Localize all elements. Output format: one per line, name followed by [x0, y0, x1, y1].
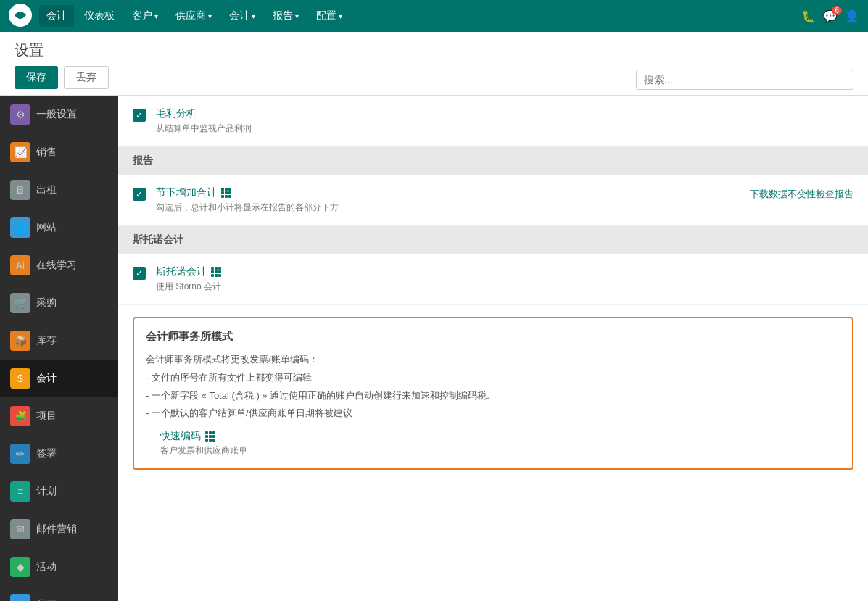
checkbox-gross-profit[interactable] — [133, 109, 146, 122]
setting-title-storno: 斯托诺会计 — [156, 265, 853, 278]
accountant-mode-point-2: - 一个新字段 « Total (含税.) » 通过使用正确的账户自动创建行来加… — [146, 389, 840, 404]
sidebar-item-project[interactable]: 🧩 项目 — [0, 397, 118, 435]
sidebar-item-email[interactable]: ✉ 邮件营销 — [0, 510, 118, 548]
sidebar-item-elearning[interactable]: Ai 在线学习 — [0, 246, 118, 284]
setting-desc-storno: 使用 Storno 会计 — [156, 281, 853, 293]
sidebar-label-inventory: 库存 — [36, 334, 57, 347]
topnav: 会计 仪表板 客户 ▾ 供应商 ▾ 会计 ▾ 报告 ▾ 配置 ▾ 🐛 💬 6 👤 — [0, 0, 868, 32]
page-header: 设置 保存 丢弃 — [0, 32, 868, 96]
sidebar-item-general[interactable]: ⚙ 一般设置 — [0, 96, 118, 133]
checkbox-section-total[interactable] — [133, 188, 146, 201]
grid-icon-quick-code — [205, 431, 215, 442]
sidebar-item-inventory[interactable]: 📦 库存 — [0, 322, 118, 360]
content-area: 毛利分析 从结算单中监视产品利润 报告 节下增加合计 勾选后，总计和小计将显示在… — [118, 96, 868, 601]
sidebar-label-accounting: 会计 — [36, 372, 57, 385]
download-report-link[interactable]: 下载数据不变性检查报告 — [750, 186, 853, 201]
sub-item-desc-quick-code: 客户发票和供应商账单 — [160, 444, 840, 457]
sidebar-item-sales[interactable]: 📈 销售 — [0, 133, 118, 171]
grid-icon-section-total — [221, 188, 231, 198]
purchase-icon: 🛒 — [10, 293, 30, 313]
setting-text-gross-profit: 毛利分析 从结算单中监视产品利润 — [156, 107, 853, 135]
sidebar-label-plan: 计划 — [36, 485, 57, 498]
section-header-reports: 报告 — [118, 147, 868, 175]
setting-row-storno: 斯托诺会计 使用 Storno 会计 — [118, 254, 868, 305]
section-header-storno: 斯托诺会计 — [118, 226, 868, 254]
email-icon: ✉ — [10, 519, 30, 539]
save-button[interactable]: 保存 — [15, 66, 58, 89]
elearning-icon: Ai — [10, 255, 30, 275]
sidebar-item-website[interactable]: 🌐 网站 — [0, 209, 118, 246]
sidebar-label-project: 项目 — [36, 410, 57, 423]
sidebar-item-staff[interactable]: 👥 员工 — [0, 586, 118, 601]
message-badge: 6 — [832, 6, 842, 15]
accountant-mode-point-1: - 文件的序号在所有文件上都变得可编辑 — [146, 370, 840, 386]
sidebar-item-rental[interactable]: 🖥 出租 — [0, 171, 118, 209]
chevron-down-icon: ▾ — [154, 12, 158, 20]
sidebar: ⚙ 一般设置 📈 销售 🖥 出租 🌐 网站 Ai 在线学习 🛒 采购 📦 库存 … — [0, 96, 118, 601]
logo[interactable] — [9, 4, 32, 29]
inventory-icon: 📦 — [10, 331, 30, 351]
sidebar-label-email: 邮件营销 — [36, 523, 77, 536]
discard-button[interactable]: 丢弃 — [64, 66, 109, 89]
setting-row-section-total: 节下增加合计 勾选后，总计和小计将显示在报告的各部分下方 下载数据不变性检查报告 — [118, 175, 868, 226]
sidebar-item-purchase[interactable]: 🛒 采购 — [0, 284, 118, 322]
sidebar-label-general: 一般设置 — [36, 108, 77, 121]
activity-icon: ◆ — [10, 557, 30, 577]
accountant-sub-section: 快速编码 客户发票和供应商账单 — [146, 430, 840, 457]
search-input[interactable] — [636, 70, 853, 90]
topnav-app-name[interactable]: 会计 — [39, 5, 74, 27]
topnav-dashboard[interactable]: 仪表板 — [77, 5, 122, 27]
page-title: 设置 — [15, 41, 853, 60]
setting-text-section-total: 节下增加合计 勾选后，总计和小计将显示在报告的各部分下方 — [156, 186, 740, 214]
general-icon: ⚙ — [10, 104, 30, 125]
user-avatar[interactable]: 👤 — [845, 9, 859, 23]
search-bar — [636, 70, 853, 90]
chevron-down-icon: ▾ — [339, 12, 342, 20]
setting-desc-gross-profit: 从结算单中监视产品利润 — [156, 123, 853, 135]
topnav-customers[interactable]: 客户 ▾ — [125, 5, 165, 27]
sidebar-item-plan[interactable]: ≡ 计划 — [0, 473, 118, 510]
setting-text-storno: 斯托诺会计 使用 Storno 会计 — [156, 265, 853, 293]
sidebar-item-activity[interactable]: ◆ 活动 — [0, 548, 118, 586]
project-icon: 🧩 — [10, 406, 30, 426]
accountant-mode-box: 会计师事务所模式 会计师事务所模式将更改发票/账单编码： - 文件的序号在所有文… — [133, 317, 853, 470]
main-layout: ⚙ 一般设置 📈 销售 🖥 出租 🌐 网站 Ai 在线学习 🛒 采购 📦 库存 … — [0, 96, 868, 601]
topnav-accounting[interactable]: 会计 ▾ — [222, 5, 263, 27]
sidebar-label-elearning: 在线学习 — [36, 259, 77, 272]
chevron-down-icon: ▾ — [295, 12, 299, 20]
sub-item-title-quick-code: 快速编码 — [160, 430, 840, 443]
website-icon: 🌐 — [10, 217, 30, 238]
sidebar-label-rental: 出租 — [36, 183, 57, 196]
sidebar-label-sales: 销售 — [36, 146, 57, 159]
topnav-reports[interactable]: 报告 ▾ — [265, 5, 306, 27]
chevron-down-icon: ▾ — [208, 12, 212, 20]
topnav-config[interactable]: 配置 ▾ — [309, 5, 350, 27]
setting-desc-section-total: 勾选后，总计和小计将显示在报告的各部分下方 — [156, 202, 740, 214]
sales-icon: 📈 — [10, 142, 30, 162]
accountant-mode-point-3: - 一个默认的客户结算单/供应商账单日期将被建议 — [146, 406, 840, 421]
sidebar-label-sign: 签署 — [36, 447, 57, 460]
staff-icon: 👥 — [10, 594, 30, 601]
grid-icon-storno — [211, 267, 221, 277]
checkbox-storno[interactable] — [133, 267, 146, 280]
debug-icon[interactable]: 🐛 — [801, 9, 816, 23]
accounting-icon: $ — [10, 368, 30, 389]
chevron-down-icon: ▾ — [252, 12, 255, 20]
sidebar-item-sign[interactable]: ✏ 签署 — [0, 435, 118, 473]
messages-icon[interactable]: 💬 6 — [823, 9, 838, 23]
sidebar-label-website: 网站 — [36, 221, 57, 234]
sidebar-item-accounting[interactable]: $ 会计 — [0, 360, 118, 397]
rental-icon: 🖥 — [10, 180, 30, 200]
sidebar-label-activity: 活动 — [36, 560, 57, 573]
setting-row-gross-profit: 毛利分析 从结算单中监视产品利润 — [118, 96, 868, 147]
accountant-mode-title: 会计师事务所模式 — [146, 330, 840, 344]
sidebar-label-purchase: 采购 — [36, 297, 57, 310]
sign-icon: ✏ — [10, 444, 30, 464]
accountant-mode-intro: 会计师事务所模式将更改发票/账单编码： — [146, 352, 840, 368]
plan-icon: ≡ — [10, 481, 30, 502]
sidebar-label-staff: 员工 — [36, 598, 57, 601]
topnav-suppliers[interactable]: 供应商 ▾ — [168, 5, 219, 27]
setting-title-gross-profit: 毛利分析 — [156, 107, 853, 120]
setting-title-section-total: 节下增加合计 — [156, 186, 740, 199]
